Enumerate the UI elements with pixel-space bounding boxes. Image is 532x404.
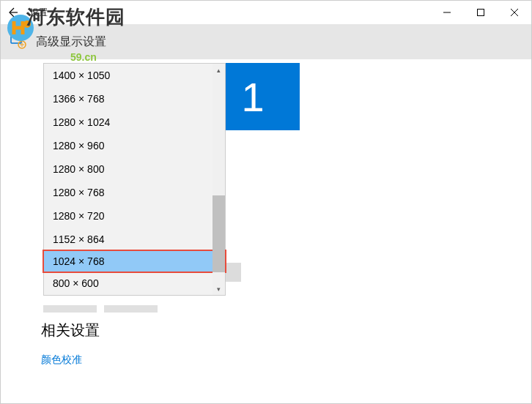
content-area: 1 1400 × 1050 1366 × 768 1280 × 1024 128… <box>1 59 531 403</box>
resolution-option[interactable]: 1280 × 1024 <box>44 111 225 134</box>
minimize-button[interactable] <box>430 1 464 24</box>
related-settings-section: 相关设置 颜色校准 <box>41 321 100 367</box>
resolution-option[interactable]: 1366 × 768 <box>44 87 225 111</box>
titlebar: 设置 <box>1 1 531 24</box>
svg-point-5 <box>23 20 31 28</box>
scroll-down-arrow[interactable]: ▾ <box>213 283 225 295</box>
resolution-option[interactable]: 1280 × 960 <box>44 134 225 157</box>
subheader: 高级显示设置 59.cn <box>1 24 531 59</box>
maximize-icon <box>477 9 484 16</box>
close-icon <box>511 9 518 16</box>
watermark-logo-icon <box>7 14 34 45</box>
monitor-number: 1 <box>241 73 264 121</box>
partial-buttons-row <box>43 305 158 313</box>
close-button[interactable] <box>498 1 531 24</box>
minimize-icon <box>443 9 451 16</box>
dropdown-scrollbar[interactable]: ▴ ▾ <box>213 64 225 295</box>
window-controls <box>430 1 531 24</box>
resolution-option[interactable]: 1280 × 720 <box>44 204 225 228</box>
scroll-thumb[interactable] <box>213 195 225 272</box>
subheader-title: 高级显示设置 <box>36 34 106 50</box>
scroll-up-arrow[interactable]: ▴ <box>213 64 225 76</box>
resolution-option[interactable]: 1152 × 864 <box>44 228 225 251</box>
partial-button[interactable] <box>104 305 158 313</box>
resolution-dropdown[interactable]: 1400 × 1050 1366 × 768 1280 × 1024 1280 … <box>43 63 226 296</box>
maximize-button[interactable] <box>464 1 498 24</box>
resolution-option[interactable]: 1400 × 1050 <box>44 64 225 87</box>
color-calibration-link[interactable]: 颜色校准 <box>41 354 100 367</box>
resolution-option-selected[interactable]: 1024 × 768 <box>43 250 226 273</box>
resolution-option[interactable]: 1280 × 800 <box>44 157 225 181</box>
related-heading: 相关设置 <box>41 321 100 340</box>
resolution-option[interactable]: 800 × 600 <box>44 272 225 295</box>
resolution-option[interactable]: 1280 × 768 <box>44 181 225 204</box>
svg-rect-1 <box>478 10 484 16</box>
partial-button[interactable] <box>43 305 97 313</box>
